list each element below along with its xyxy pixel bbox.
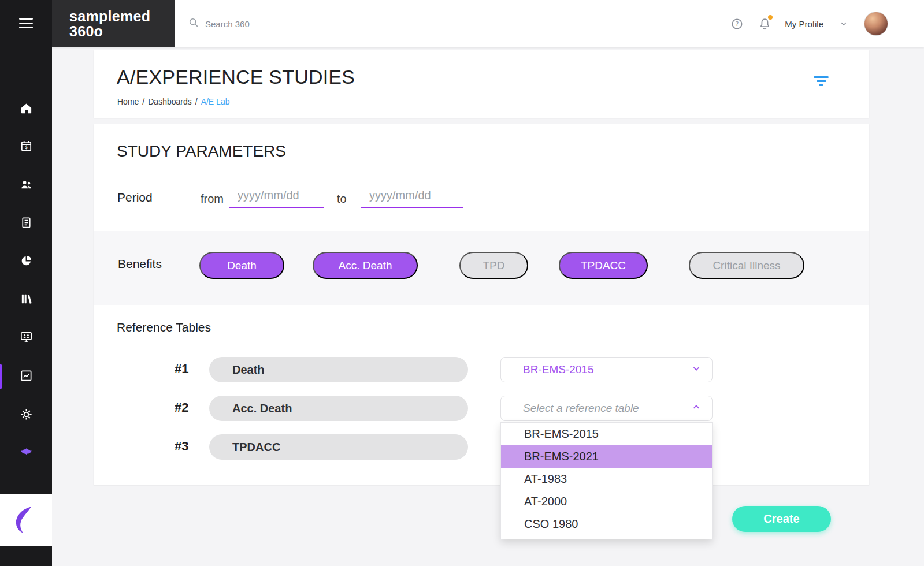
notifications-bell-icon[interactable]: [757, 16, 772, 31]
reference-table-dropdown: BR-EMS-2015 BR-EMS-2021 AT-1983 AT-2000 …: [500, 422, 713, 539]
sidebar-item-home[interactable]: [0, 96, 52, 122]
sidebar-item-training[interactable]: [0, 325, 52, 351]
breadcrumb-separator: /: [142, 97, 144, 106]
app-logo[interactable]: samplemed 360o: [52, 0, 175, 47]
breadcrumb-current[interactable]: A/E Lab: [201, 97, 230, 106]
billing-calendar-icon: $: [20, 139, 33, 155]
benefit-toggle-critical-illness[interactable]: Critical Illness: [689, 252, 804, 279]
to-label: to: [337, 192, 347, 206]
bat-icon: [20, 445, 33, 460]
ref-row-index: #2: [175, 400, 199, 415]
menu-icon[interactable]: [0, 14, 52, 32]
ref-select-death[interactable]: BR-EMS-2015: [500, 357, 713, 382]
breadcrumb-home[interactable]: Home: [117, 97, 139, 106]
sidebar-item-documents[interactable]: [0, 210, 52, 237]
breadcrumb-dashboards[interactable]: Dashboards: [148, 97, 192, 106]
ref-select-acc-death[interactable]: Select a reference table: [500, 396, 713, 421]
period-from-input[interactable]: [229, 183, 324, 208]
breadcrumb: Home / Dashboards / A/E Lab: [117, 97, 229, 106]
svg-text:$: $: [24, 144, 27, 150]
from-label: from: [201, 192, 224, 206]
notification-dot: [768, 15, 773, 20]
dropdown-option[interactable]: BR-EMS-2015: [501, 423, 712, 445]
brand-swoosh-icon: [10, 504, 42, 537]
users-icon: [20, 178, 33, 193]
library-icon: [20, 292, 33, 308]
ref-select-death-value: BR-EMS-2015: [523, 363, 691, 376]
help-icon[interactable]: ?: [729, 16, 744, 31]
sidebar-item-bat[interactable]: [0, 439, 52, 466]
dropdown-option[interactable]: AT-2000: [501, 490, 712, 513]
sidebar-item-settings[interactable]: [0, 402, 52, 429]
benefits-label: Benefits: [118, 257, 162, 271]
ref-benefit-pill-tpdacc: TPDACC: [209, 434, 468, 460]
study-parameters-card: STUDY PARAMETERS Period from to Benefits…: [94, 124, 869, 485]
search-input[interactable]: [205, 19, 355, 29]
search-icon: [188, 17, 199, 31]
period-to-input[interactable]: [361, 183, 463, 208]
period-label: Period: [117, 191, 153, 204]
chevron-down-icon: [691, 363, 702, 376]
page-title: A/EXPERIENCE STUDIES: [117, 66, 355, 88]
document-icon: [20, 216, 33, 232]
benefit-toggle-death[interactable]: Death: [199, 252, 284, 279]
sidebar-item-users[interactable]: [0, 172, 52, 199]
ref-benefit-pill-death: Death: [209, 357, 468, 382]
brand-line1: samplemed: [69, 9, 175, 24]
benefits-row: Benefits Death Acc. Death TPD TPDACC Cri…: [94, 231, 869, 305]
home-icon: [20, 102, 33, 117]
analytics-chart-icon: [20, 369, 33, 385]
sidebar-item-analytics[interactable]: [0, 363, 52, 390]
benefit-toggle-acc-death[interactable]: Acc. Death: [313, 252, 418, 279]
app-screen: $ samplemed 36: [0, 0, 924, 566]
breadcrumb-separator: /: [195, 97, 198, 106]
create-button[interactable]: Create: [732, 506, 831, 532]
gear-icon: [20, 408, 33, 423]
header-right: ? My Profile: [729, 0, 888, 47]
sidebar-item-billing[interactable]: $: [0, 133, 52, 160]
profile-menu[interactable]: My Profile: [785, 19, 823, 29]
ref-row-index: #3: [175, 439, 199, 454]
global-search: [188, 0, 355, 47]
top-header: samplemed 360o ? My Profile: [52, 0, 924, 47]
sidebar: $: [0, 0, 52, 566]
reference-tables-title: Reference Tables: [117, 321, 211, 334]
sidebar-footer-logo: [0, 494, 52, 546]
svg-text:?: ?: [736, 20, 739, 27]
filter-icon[interactable]: [812, 76, 830, 90]
brand-line2: 360o: [69, 24, 175, 39]
sidebar-item-pie[interactable]: [0, 248, 52, 275]
training-screen-icon: [20, 330, 33, 346]
dropdown-option-highlighted[interactable]: BR-EMS-2021: [501, 445, 712, 468]
page-header-card: A/EXPERIENCE STUDIES Home / Dashboards /…: [94, 50, 869, 118]
ref-row-index: #1: [175, 362, 199, 377]
pie-chart-icon: [20, 254, 33, 270]
sidebar-item-library[interactable]: [0, 286, 52, 313]
ref-benefit-pill-acc-death: Acc. Death: [209, 396, 468, 421]
dropdown-option[interactable]: AT-1983: [501, 468, 712, 490]
dropdown-option[interactable]: CSO 1980: [501, 513, 712, 535]
section-title: STUDY PARAMETERS: [117, 142, 286, 161]
benefit-toggle-tpd[interactable]: TPD: [459, 252, 528, 279]
benefit-toggle-tpdacc[interactable]: TPDACC: [559, 252, 648, 279]
chevron-down-icon[interactable]: [836, 16, 851, 31]
chevron-up-icon: [691, 402, 702, 415]
ref-select-acc-death-placeholder: Select a reference table: [523, 402, 691, 415]
avatar[interactable]: [864, 12, 888, 36]
